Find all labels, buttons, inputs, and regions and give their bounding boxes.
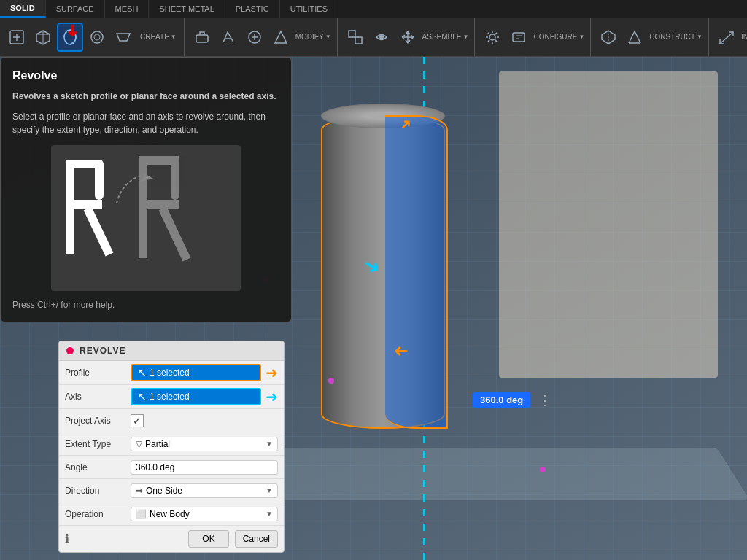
svg-line-36 [163, 209, 187, 260]
project-axis-label: Project Axis [65, 416, 131, 426]
profile-row: Profile ↖ 1 selected ➜ [59, 361, 284, 385]
construct-icon2[interactable] [623, 26, 646, 49]
ok-button[interactable]: OK [188, 530, 228, 548]
tooltip-shortcut: Press Ctrl+/ for more help. [12, 300, 279, 310]
svg-rect-15 [355, 37, 362, 44]
new-component-icon[interactable] [4, 23, 29, 52]
assemble-move-icon[interactable] [396, 26, 419, 49]
bg-wall [499, 71, 718, 378]
tab-solid[interactable]: SOLID [0, 0, 46, 18]
extent-type-select[interactable]: ▽Partial ▼ [131, 437, 278, 451]
tab-surface[interactable]: SURFACE [46, 0, 105, 18]
svg-rect-35 [171, 156, 179, 200]
form-header: REVOLVE [59, 341, 284, 361]
create-section: CREATE▼ [0, 18, 185, 56]
project-axis-row: Project Axis ✓ [59, 409, 284, 432]
extent-type-label: Extent Type [65, 439, 131, 449]
profile-arrow: ➜ [266, 364, 278, 381]
axis-value[interactable]: ↖ 1 selected [131, 388, 261, 405]
assemble-section: ASSEMBLE▼ [338, 18, 476, 56]
assemble-icon1[interactable] [344, 26, 367, 49]
direction-label: Direction [65, 486, 131, 496]
svg-rect-10 [196, 35, 208, 42]
box-icon[interactable] [31, 23, 55, 52]
tab-sheet-metal[interactable]: SHEET METAL [149, 0, 225, 18]
tooltip-title: Revolve [12, 69, 279, 82]
svg-rect-29 [66, 200, 102, 209]
direction-select[interactable]: ➡One Side ▼ [131, 483, 278, 498]
profile-label: Profile [65, 368, 131, 378]
form-footer: ℹ OK Cancel [59, 526, 284, 552]
svg-point-17 [379, 35, 384, 39]
operation-label: Operation [65, 509, 131, 519]
assemble-label[interactable]: ASSEMBLE▼ [422, 33, 469, 41]
inspect-icon1[interactable] [715, 26, 738, 49]
modify-icon4[interactable] [269, 26, 293, 49]
create-label[interactable]: CREATE▼ [137, 33, 179, 41]
svg-rect-14 [349, 31, 355, 37]
configure-icon1[interactable] [481, 26, 504, 49]
axis-arrow: ➜ [266, 388, 278, 405]
operation-select[interactable]: ⬜New Body ▼ [131, 507, 278, 521]
axis-label: Axis [65, 392, 131, 402]
red-arrow-indicator: ➜ [63, 23, 83, 38]
angle-input[interactable] [131, 460, 278, 475]
loft-icon[interactable] [111, 23, 136, 52]
extent-type-row: Extent Type ▽Partial ▼ [59, 432, 284, 456]
svg-point-7 [91, 31, 103, 43]
form-title: REVOLVE [80, 346, 125, 356]
inspect-label[interactable]: INSPECT▼ [741, 33, 747, 41]
angle-label-form: Angle [65, 462, 131, 472]
sweep-icon[interactable] [85, 23, 109, 52]
viewport[interactable]: ➜ ➜ ➜ 360.0 deg ⋮ Revolve Revolves a ske… [0, 57, 747, 560]
angle-menu-dots[interactable]: ⋮ [538, 392, 551, 408]
angle-row: Angle [59, 456, 284, 479]
tooltip-preview [51, 145, 241, 291]
cancel-button[interactable]: Cancel [235, 530, 278, 548]
modify-section: MODIFY▼ [185, 18, 338, 56]
assemble-icon2[interactable] [370, 26, 393, 49]
dot-3 [540, 467, 546, 472]
modify-icon2[interactable] [217, 26, 240, 49]
svg-marker-13 [275, 31, 287, 43]
axis-row: Axis ↖ 1 selected ➜ [59, 385, 284, 409]
direction-row: Direction ➡One Side ▼ [59, 479, 284, 502]
project-axis-checkbox[interactable]: ✓ [131, 414, 144, 427]
tab-utilities[interactable]: UTILITIES [280, 0, 338, 18]
info-icon[interactable]: ℹ [65, 532, 182, 546]
profile-value[interactable]: ↖ 1 selected [131, 364, 261, 381]
operation-row: Operation ⬜New Body ▼ [59, 502, 284, 526]
svg-line-25 [720, 32, 733, 44]
modify-label[interactable]: MODIFY▼ [295, 33, 331, 41]
configure-label[interactable]: CONFIGURE▼ [533, 33, 584, 41]
modify-icon1[interactable] [190, 26, 214, 49]
construct-section: CONSTRUCT▼ [591, 18, 709, 56]
configure-icon2[interactable] [507, 26, 530, 49]
svg-point-18 [489, 34, 495, 40]
orange-arrow-1: ➜ [394, 341, 409, 362]
angle-label[interactable]: 360.0 deg [473, 392, 530, 408]
construct-icon1[interactable] [597, 26, 620, 49]
tab-mesh[interactable]: MESH [105, 0, 150, 18]
svg-line-31 [88, 209, 109, 254]
modify-icon3[interactable] [243, 26, 266, 49]
configure-section: CONFIGURE▼ [475, 18, 591, 56]
selection-highlight [385, 115, 448, 429]
form-panel: REVOLVE Profile ↖ 1 selected ➜ Axis ↖ 1 … [58, 341, 285, 553]
construct-label[interactable]: CONSTRUCT▼ [649, 33, 703, 41]
dot-2 [328, 378, 334, 384]
svg-marker-9 [117, 34, 130, 41]
tooltip-desc1: Revolves a sketch profile or planar face… [12, 90, 279, 103]
inspect-section: INSPECT▼ [709, 18, 747, 56]
svg-rect-34 [139, 200, 179, 209]
form-header-dot [66, 347, 74, 354]
tab-plastic[interactable]: PLASTIC [225, 0, 280, 18]
tooltip-panel: Revolve Revolves a sketch profile or pla… [0, 57, 292, 322]
svg-rect-19 [513, 33, 525, 42]
tooltip-desc2: Select a profile or planar face and an a… [12, 110, 279, 136]
svg-point-8 [94, 34, 100, 40]
svg-rect-30 [95, 160, 104, 200]
